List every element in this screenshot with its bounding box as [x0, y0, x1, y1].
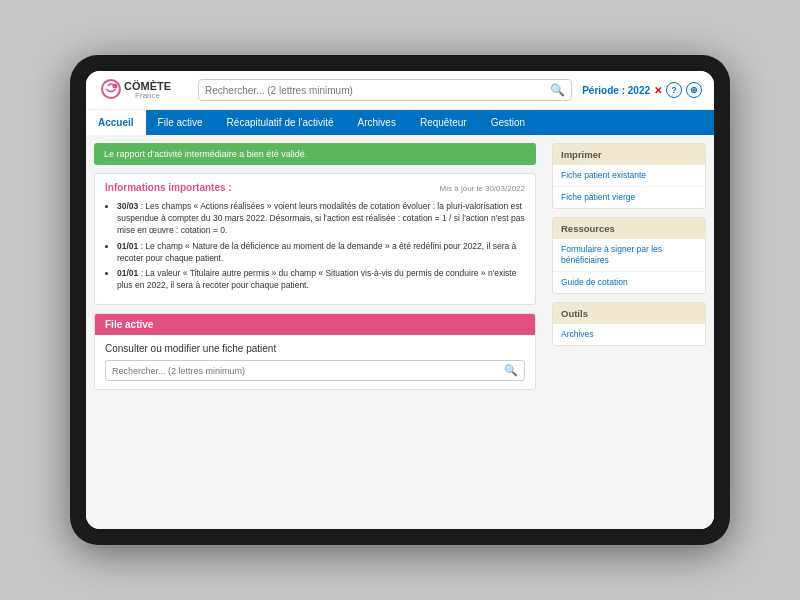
file-active-header: File active: [95, 314, 535, 335]
logo-text: CÖMÈTE: [124, 80, 171, 92]
nav-item-archives[interactable]: Archives: [346, 110, 408, 135]
logo-france: France: [124, 92, 171, 101]
tablet-screen: CÖMÈTE France 🔍 Période : 2022 ✕ ? ⊕ Acc…: [86, 71, 714, 529]
fiche-vierge-link[interactable]: Fiche patient vierge: [553, 187, 705, 208]
alert-banner: Le rapport d'activité intermédiaire a bi…: [94, 143, 536, 165]
header: CÖMÈTE France 🔍 Période : 2022 ✕ ? ⊕: [86, 71, 714, 110]
header-search-input[interactable]: [205, 85, 550, 96]
info-item-2: 01/01 : Le champ « Nature de la déficien…: [117, 241, 525, 265]
info-item-1: 30/03 : Les champs « Actions réalisées »…: [117, 201, 525, 237]
file-search-icon[interactable]: 🔍: [504, 364, 518, 377]
fiche-existante-link[interactable]: Fiche patient existante: [553, 165, 705, 187]
imprimer-header: Imprimer: [553, 144, 705, 165]
nav-item-accueil[interactable]: Accueil: [86, 110, 146, 135]
info-title: Informations importantes :: [105, 182, 232, 193]
logo-area: CÖMÈTE France: [98, 77, 188, 103]
file-active-body: Consulter ou modifier une fiche patient …: [95, 335, 535, 389]
outils-section: Outils Archives: [552, 302, 706, 346]
nav-item-recapitulatif[interactable]: Récapitulatif de l'activité: [215, 110, 346, 135]
left-panel: Le rapport d'activité intermédiaire a bi…: [86, 135, 544, 529]
period-clear-button[interactable]: ✕: [654, 85, 662, 96]
header-search-bar[interactable]: 🔍: [198, 79, 572, 101]
guide-cotation-link[interactable]: Guide de cotation: [553, 272, 705, 293]
ressources-header: Ressources: [553, 218, 705, 239]
formulaire-link[interactable]: Formulaire à signer par les bénéficiaire…: [553, 239, 705, 272]
svg-point-0: [102, 80, 120, 98]
archives-link[interactable]: Archives: [553, 324, 705, 345]
info-box: Informations importantes : Mis à jour le…: [94, 173, 536, 305]
info-date: Mis à jour le 30/03/2022: [440, 184, 525, 193]
logo-icon: [98, 77, 124, 103]
tablet-frame: CÖMÈTE France 🔍 Période : 2022 ✕ ? ⊕ Acc…: [70, 55, 730, 545]
nav-item-requeteur[interactable]: Requêteur: [408, 110, 479, 135]
outils-header: Outils: [553, 303, 705, 324]
right-panel: Imprimer Fiche patient existante Fiche p…: [544, 135, 714, 529]
user-icon[interactable]: ⊕: [686, 82, 702, 98]
file-active-title: Consulter ou modifier une fiche patient: [105, 343, 525, 354]
nav-item-gestion[interactable]: Gestion: [479, 110, 537, 135]
file-search-bar[interactable]: 🔍: [105, 360, 525, 381]
period-label: Période : 2022: [582, 85, 650, 96]
file-active-box: File active Consulter ou modifier une fi…: [94, 313, 536, 390]
help-icon[interactable]: ?: [666, 82, 682, 98]
info-item-3: 01/01 : La valeur « Titulaire autre perm…: [117, 268, 525, 292]
svg-point-1: [113, 84, 118, 89]
imprimer-section: Imprimer Fiche patient existante Fiche p…: [552, 143, 706, 209]
nav-bar: Accueil File active Récapitulatif de l'a…: [86, 110, 714, 135]
ressources-section: Ressources Formulaire à signer par les b…: [552, 217, 706, 294]
nav-item-file-active[interactable]: File active: [146, 110, 215, 135]
header-search-icon[interactable]: 🔍: [550, 83, 565, 97]
period-area: Période : 2022 ✕ ? ⊕: [582, 82, 702, 98]
file-search-input[interactable]: [112, 366, 504, 376]
main-content: Le rapport d'activité intermédiaire a bi…: [86, 135, 714, 529]
info-content: 30/03 : Les champs « Actions réalisées »…: [105, 201, 525, 292]
